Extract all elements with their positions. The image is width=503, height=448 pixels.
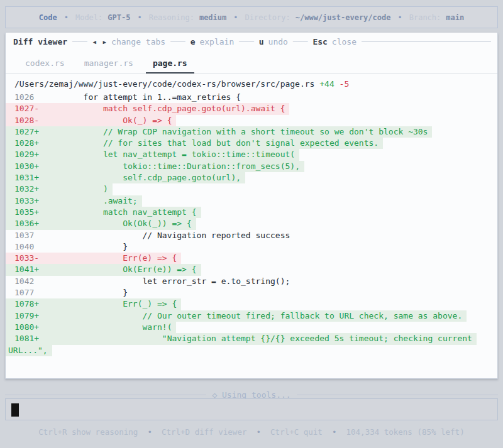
diff-line-highlight: 1032+ ) [6,183,113,195]
diff-line-highlight: 1081+ "Navigation attempt {}/{} exceeded… [6,333,477,344]
top-status-bar: Code•Model:GPT-5•Reasoning:medium•Direct… [5,6,498,28]
tab-manager-rs[interactable]: manager.rs [77,55,140,74]
diff-line-highlight: 1077 } [6,287,132,298]
line-code: for attempt in 1..=max_retries { [39,92,241,102]
hint-label: undo [268,37,288,46]
line-number: 1030+ [14,161,39,172]
line-code-wrapped: URL...", [8,346,48,355]
diff-line: 1033+ .await; [6,195,497,207]
dash-separator: ─── [72,37,87,46]
line-number: 1035+ [14,207,39,218]
diff-line-highlight: 1078+ Err(_) => { [6,298,181,310]
dash-separator: ─── [293,37,307,46]
separator-dot-icon: • [397,13,402,22]
separator-dot-icon: • [246,427,270,437]
diff-line-highlight: 1040 } [6,241,132,253]
line-number: 1041+ [14,264,39,275]
line-code: // Our outer timeout fired; fallback to … [39,311,462,320]
line-code: warn!( [39,322,172,332]
command-input[interactable] [5,398,498,420]
diff-line-highlight: 1030+ tokio::time::Duration::from_secs(5… [6,161,304,172]
hint-label: explain [199,37,234,46]
line-code: Ok(_) => { [39,116,172,125]
topbar-label: Branch: [409,13,441,22]
diff-line-highlight: 1027- match self.cdp_page.goto(url).awai… [6,103,289,114]
line-code: ) [39,184,108,194]
topbar-label: Directory: [245,13,290,22]
line-code: } [39,288,128,297]
topbar-items: Code•Model:GPT-5•Reasoning:medium•Direct… [39,13,464,22]
diff-line-highlight: URL...", [6,345,52,356]
hint-label: change tabs [111,37,165,46]
footer-hints: Ctrl+R show reasoning • Ctrl+D diff view… [0,427,503,439]
line-number: 1042 [14,276,39,287]
diff-line-highlight: 1028- Ok(_) => { [6,115,176,126]
topbar-label: Model: [75,13,102,22]
diff-line-highlight: 1079+ // Our outer timeout fired; fallba… [6,310,467,322]
divider-line-right [297,395,498,395]
diff-line-highlight: 1033- Err(e) => { [6,253,181,264]
diff-viewer-panel: Diff viewer───◂ ▸change tabs───eexplain─… [5,33,498,379]
line-number: 1040 [14,241,39,253]
diff-line-highlight: 1041+ Ok(Err(e)) => { [6,264,201,275]
topbar-value: GPT-5 [108,13,130,22]
diff-content[interactable]: 1026 for attempt in 1..=max_retries {102… [6,92,497,356]
diff-line: 1031+ self.cdp_page.goto(url), [6,172,497,183]
diff-viewer-title: Diff viewer [13,37,67,46]
line-number: 1032+ [14,183,39,195]
diff-line: 1030+ tokio::time::Duration::from_secs(5… [6,161,497,172]
app-name: Code [39,13,57,22]
line-code: Ok(Err(e)) => { [39,265,196,274]
topbar-label: Reasoning: [149,13,194,22]
hint-key: u [259,37,264,46]
diff-line-highlight: 1036+ Ok(Ok(_)) => { [6,218,196,229]
line-number: 1077 [14,287,39,298]
footer-hint: 104,334 tokens (85% left) [346,427,465,437]
diff-line: 1036+ Ok(Ok(_)) => { [6,218,497,229]
line-code: "Navigation attempt {}/{} exceeded 5s ti… [39,334,472,343]
file-path-line: /Users/zemaj/www/just-every/code/codex-r… [6,74,497,92]
diff-line: 1026 for attempt in 1..=max_retries { [6,92,497,103]
line-code: // for sites that load but don't signal … [39,138,379,148]
line-number: 1033+ [14,195,39,207]
diff-line: 1035+ match nav_attempt { [6,207,497,218]
dash-separator: ─── [239,37,253,46]
diff-line-highlight: 1026 for attempt in 1..=max_retries { [6,92,245,103]
diff-line: 1032+ ) [6,183,497,195]
diff-line: 1077 } [6,287,497,298]
separator-dot-icon: • [138,427,162,437]
diff-line: URL...", [6,345,497,356]
line-number: 1033- [14,253,39,264]
diff-line-highlight: 1029+ let nav_attempt = tokio::time::tim… [6,149,299,160]
dash-separator: ─── [170,37,185,46]
line-number: 1079+ [14,310,39,322]
diff-line-highlight: 1035+ match nav_attempt { [6,207,201,218]
line-code: Err(_) => { [39,299,177,309]
tab-codex-rs[interactable]: codex.rs [18,55,72,74]
line-code: Ok(Ok(_)) => { [39,219,192,228]
line-number: 1027+ [14,126,39,138]
separator-dot-icon: • [137,13,141,22]
line-number: 1078+ [14,298,39,310]
title-rule-line [362,41,491,42]
diff-line: 1028- Ok(_) => { [6,115,497,126]
line-number: 1029+ [14,149,39,160]
diff-line-highlight: 1037 // Navigation reported success [6,230,294,241]
text-cursor [11,403,19,417]
line-code: } [39,242,128,251]
panel-title: Diff viewer───◂ ▸change tabs───eexplain─… [6,33,497,50]
footer-hint: Ctrl+R show reasoning [38,427,138,437]
file-path: /Users/zemaj/www/just-every/code/codex-r… [14,79,314,89]
topbar-value: medium [199,13,226,22]
diff-line: 1041+ Ok(Err(e)) => { [6,264,497,275]
additions-count: +44 [319,79,334,89]
line-code: self.cdp_page.goto(url), [39,173,241,182]
diff-line-highlight: 1042 let error_str = e.to_string(); [6,276,294,287]
diff-line: 1033- Err(e) => { [6,253,497,264]
diff-line: 1037 // Navigation reported success [6,230,497,241]
line-number: 1037 [14,230,39,241]
separator-dot-icon: • [233,13,238,22]
diff-line-highlight: 1027+ // Wrap CDP navigation with a shor… [6,126,432,138]
tab-page-rs[interactable]: page.rs [146,55,194,74]
diff-line: 1040 } [6,241,497,253]
